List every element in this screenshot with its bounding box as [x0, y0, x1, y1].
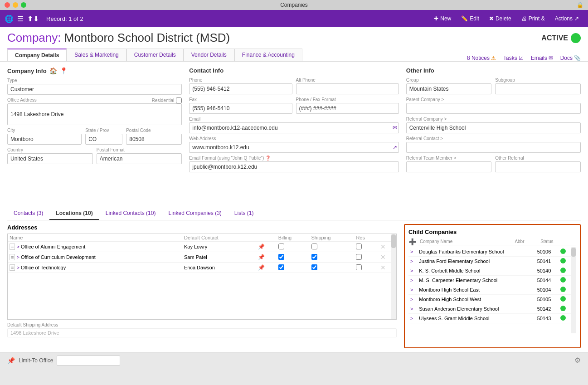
emails-badge[interactable]: Emails ✉: [531, 55, 553, 61]
tab-finance-accounting[interactable]: Finance & Accounting: [234, 49, 302, 61]
notices-badge[interactable]: 8 Notices ⚠: [467, 55, 496, 61]
nav-arrows[interactable]: ⬆⬇: [27, 15, 39, 23]
tab-lists[interactable]: Lists (1): [228, 207, 260, 220]
res-check-3[interactable]: [356, 264, 362, 270]
limit-to-office-input[interactable]: [57, 356, 120, 366]
tab-locations[interactable]: Locations (10): [49, 207, 99, 220]
tab-company-details[interactable]: Company Details: [7, 49, 67, 61]
child-arrow-4[interactable]: >: [408, 276, 417, 285]
detail-icon-1[interactable]: ≡: [10, 244, 15, 250]
address-row-2[interactable]: ≡ > Office of Curriculum Development Sam…: [8, 252, 396, 263]
child-row-2[interactable]: > Justina Ford Elementary School 50141: [408, 257, 571, 266]
postal-format-input[interactable]: [97, 153, 182, 164]
email-format-input[interactable]: [189, 161, 398, 172]
subgroup-input[interactable]: [495, 83, 581, 94]
child-arrow-2[interactable]: >: [408, 257, 417, 266]
address-row-1[interactable]: ≡ > Office of Alumni Engagement Kay Lowr…: [8, 242, 396, 252]
phone-input[interactable]: [189, 83, 292, 94]
child-arrow-6[interactable]: >: [408, 295, 417, 304]
country-input[interactable]: [7, 153, 93, 164]
state-input[interactable]: [85, 134, 122, 145]
email-input[interactable]: [189, 122, 398, 133]
city-input[interactable]: [7, 134, 82, 145]
address-row-3[interactable]: ≡ > Office of Technology Erica Dawson 📌 …: [8, 263, 396, 273]
child-arrow-7[interactable]: >: [408, 304, 417, 314]
billing-check-3[interactable]: [278, 264, 284, 270]
child-row-3[interactable]: > K. S. Corbett Middle School 50140: [408, 266, 571, 276]
add-company-icon[interactable]: ➕: [408, 238, 416, 245]
contact-name-2: Sam Patel: [182, 252, 256, 263]
billing-check-1[interactable]: [278, 244, 284, 249]
docs-badge[interactable]: Docs 📎: [560, 55, 581, 61]
child-arrow-1[interactable]: >: [408, 247, 417, 257]
child-scroll-track[interactable]: [571, 247, 576, 333]
detail-icon-3[interactable]: ≡: [10, 264, 15, 271]
child-row-6[interactable]: > Montboro High School West 50105: [408, 295, 571, 304]
shipping-check-2[interactable]: [311, 254, 317, 260]
shipping-check-3[interactable]: [311, 264, 317, 270]
external-link-icon[interactable]: ↗: [393, 144, 397, 151]
actions-button[interactable]: Actions ↗: [550, 14, 583, 24]
print-button[interactable]: 🖨 Print &: [517, 14, 549, 24]
close-button[interactable]: [5, 2, 10, 8]
globe-icon[interactable]: 🌐: [5, 15, 14, 23]
fax-format-input[interactable]: [296, 103, 399, 114]
fax-input[interactable]: [189, 103, 292, 114]
tab-vendor-details[interactable]: Vendor Details: [184, 49, 234, 61]
child-scroll-thumb[interactable]: [571, 248, 576, 257]
referral-team-input[interactable]: [406, 161, 492, 172]
res-check-1[interactable]: [356, 244, 362, 249]
postal-input[interactable]: [126, 134, 182, 145]
addr-scroll-thumb[interactable]: [391, 234, 396, 248]
tab-linked-contacts[interactable]: Linked Contacts (10): [99, 207, 162, 220]
child-status-5: [559, 285, 571, 295]
parent-company-input[interactable]: [406, 103, 581, 114]
copy-icon[interactable]: 🏠: [49, 67, 57, 74]
group-input[interactable]: [406, 83, 492, 94]
arrow-3[interactable]: >: [16, 265, 20, 270]
maximize-button[interactable]: [21, 2, 26, 8]
tasks-badge[interactable]: Tasks ☑: [503, 55, 524, 61]
child-arrow-3[interactable]: >: [408, 266, 417, 276]
postal-format-field: Postal Format: [97, 147, 182, 164]
addr-scroll-track[interactable]: [391, 234, 396, 319]
detail-icon-2[interactable]: ≡: [10, 254, 15, 260]
map-icon[interactable]: 📍: [60, 67, 68, 74]
child-row-8[interactable]: > Ulysees S. Grant Middle School 50143: [408, 314, 571, 323]
shipping-check-1[interactable]: [311, 244, 317, 249]
tab-linked-companies[interactable]: Linked Companies (3): [162, 207, 228, 220]
child-row-7[interactable]: > Susan Anderson Elementary School 50142: [408, 304, 571, 314]
edit-button[interactable]: ✏️ Edit: [457, 14, 484, 24]
residential-checkbox[interactable]: [176, 97, 182, 103]
residential-checkbox-label: Residential: [152, 97, 182, 103]
arrow-1[interactable]: >: [16, 244, 20, 249]
delete-button[interactable]: ✖ Delete: [485, 14, 516, 24]
child-row-5[interactable]: > Montboro High School East 50104: [408, 285, 571, 295]
delete-row-3[interactable]: ✕: [380, 264, 386, 271]
other-referral-input[interactable]: [495, 161, 581, 172]
tab-sales-marketing[interactable]: Sales & Marketing: [67, 49, 126, 61]
child-arrow-8[interactable]: >: [408, 314, 417, 323]
address-input[interactable]: [7, 103, 182, 125]
gear-icon[interactable]: ⚙: [574, 356, 581, 365]
referral-contact-input[interactable]: [406, 142, 581, 153]
web-input[interactable]: [189, 142, 398, 153]
child-row-4[interactable]: > M. S. Carpenter Elementary School 5014…: [408, 276, 571, 285]
delete-row-2[interactable]: ✕: [380, 253, 386, 261]
billing-check-2[interactable]: [278, 254, 284, 260]
menu-icon[interactable]: ☰: [17, 15, 24, 23]
help-icon[interactable]: ❓: [265, 156, 271, 161]
tab-customer-details[interactable]: Customer Details: [126, 49, 184, 61]
delete-row-1[interactable]: ✕: [380, 243, 386, 250]
window-controls: [5, 2, 26, 8]
arrow-2[interactable]: >: [16, 254, 20, 260]
child-row-1[interactable]: > Douglas Fairbanks Elementary School 50…: [408, 247, 571, 257]
type-input[interactable]: [7, 84, 182, 95]
child-arrow-5[interactable]: >: [408, 285, 417, 295]
minimize-button[interactable]: [13, 2, 18, 8]
res-check-2[interactable]: [356, 254, 362, 260]
tab-contacts[interactable]: Contacts (3): [7, 207, 49, 220]
referral-company-input[interactable]: [406, 122, 581, 133]
new-button[interactable]: ✚ New: [429, 14, 456, 24]
alt-phone-input[interactable]: [296, 83, 399, 94]
